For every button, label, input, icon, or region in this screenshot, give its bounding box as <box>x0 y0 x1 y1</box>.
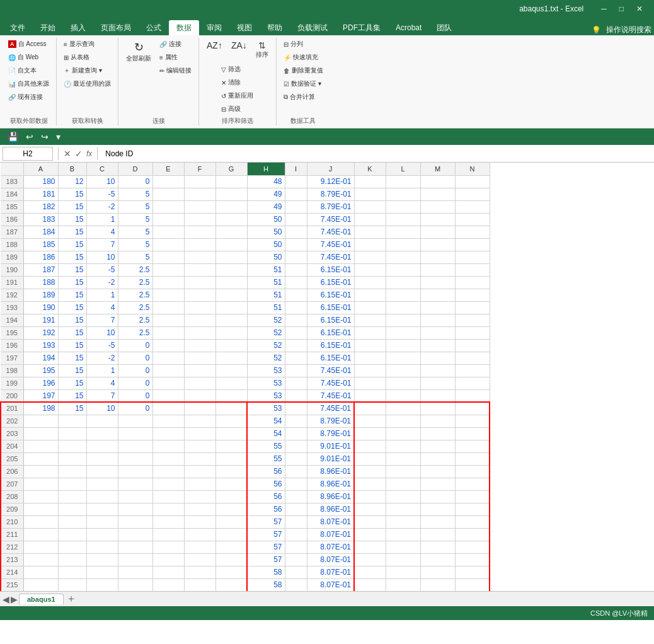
cell-l[interactable] <box>386 427 420 440</box>
cell-m[interactable] <box>420 314 455 326</box>
cell-f[interactable] <box>184 566 215 578</box>
cell-m[interactable] <box>420 326 455 339</box>
cell-m[interactable] <box>420 364 455 377</box>
tab-load-test[interactable]: 负载测试 <box>290 20 335 35</box>
cell-m[interactable] <box>420 415 455 427</box>
cell-d[interactable]: 2.5 <box>118 276 152 289</box>
cell-e[interactable] <box>152 478 184 490</box>
search-label[interactable]: 操作说明搜索 <box>606 25 651 35</box>
cell-n[interactable] <box>455 314 490 326</box>
cell-n[interactable] <box>455 326 490 339</box>
maximize-btn[interactable]: □ <box>614 4 629 13</box>
cell-f[interactable] <box>184 251 215 263</box>
cell-d[interactable]: 0 <box>118 352 152 364</box>
cell-l[interactable] <box>386 465 420 478</box>
cell-e[interactable] <box>152 402 184 415</box>
cell-n[interactable] <box>455 238 490 251</box>
cell-k[interactable] <box>354 175 386 188</box>
cell-l[interactable] <box>386 528 420 541</box>
cell-e[interactable] <box>152 490 184 503</box>
col-header-j[interactable]: J <box>307 163 354 175</box>
cell-j[interactable]: 7.45E-01 <box>307 226 354 238</box>
cell-n[interactable] <box>455 251 490 263</box>
cell-e[interactable] <box>152 578 184 591</box>
cell-k[interactable] <box>354 188 386 200</box>
recent-sources-button[interactable]: 🕐 最近使用的源 <box>60 78 114 90</box>
cell-l[interactable] <box>386 490 420 503</box>
cell-m[interactable] <box>420 452 455 465</box>
cell-m[interactable] <box>420 566 455 578</box>
cell-i[interactable] <box>285 478 307 490</box>
cell-n[interactable] <box>455 364 490 377</box>
cell-n[interactable] <box>455 578 490 591</box>
cell-k[interactable] <box>354 213 386 226</box>
cell-i[interactable] <box>285 415 307 427</box>
cell-b[interactable]: 15 <box>58 200 86 213</box>
cell-d[interactable] <box>118 465 152 478</box>
cell-i[interactable] <box>285 440 307 452</box>
col-header-k[interactable]: K <box>354 163 386 175</box>
cell-h[interactable]: 50 <box>247 251 285 263</box>
cell-g[interactable] <box>215 377 247 389</box>
cell-a[interactable] <box>23 553 58 566</box>
cell-j[interactable]: 7.45E-01 <box>307 389 354 402</box>
cell-f[interactable] <box>184 389 215 402</box>
cell-h[interactable]: 54 <box>247 415 285 427</box>
cell-a[interactable]: 180 <box>23 175 58 188</box>
cell-d[interactable]: 2.5 <box>118 263 152 276</box>
cell-i[interactable] <box>285 301 307 314</box>
cell-k[interactable] <box>354 301 386 314</box>
cell-l[interactable] <box>386 541 420 553</box>
cell-e[interactable] <box>152 226 184 238</box>
cell-c[interactable]: 10 <box>86 402 118 415</box>
text-button[interactable]: 📄 自文本 <box>5 64 52 77</box>
cell-n[interactable] <box>455 415 490 427</box>
cell-l[interactable] <box>386 389 420 402</box>
cell-f[interactable] <box>184 478 215 490</box>
cell-j[interactable]: 9.01E-01 <box>307 452 354 465</box>
cell-m[interactable] <box>420 440 455 452</box>
cell-l[interactable] <box>386 452 420 465</box>
cell-n[interactable] <box>455 175 490 188</box>
cell-m[interactable] <box>420 553 455 566</box>
cell-a[interactable] <box>23 465 58 478</box>
cell-g[interactable] <box>215 188 247 200</box>
cell-d[interactable] <box>118 490 152 503</box>
cell-b[interactable] <box>58 515 86 528</box>
cell-i[interactable] <box>285 490 307 503</box>
cell-k[interactable] <box>354 402 386 415</box>
cell-c[interactable] <box>86 478 118 490</box>
cell-a[interactable]: 185 <box>23 238 58 251</box>
cell-h[interactable]: 49 <box>247 200 285 213</box>
cell-l[interactable] <box>386 175 420 188</box>
cell-l[interactable] <box>386 200 420 213</box>
cell-m[interactable] <box>420 427 455 440</box>
cell-g[interactable] <box>215 326 247 339</box>
web-button[interactable]: 🌐 自 Web <box>5 51 52 64</box>
cell-j[interactable]: 8.07E-01 <box>307 566 354 578</box>
cell-f[interactable] <box>184 578 215 591</box>
cell-k[interactable] <box>354 251 386 263</box>
cell-a[interactable] <box>23 415 58 427</box>
show-query-button[interactable]: ≡ 显示查询 <box>60 38 114 50</box>
cell-f[interactable] <box>184 238 215 251</box>
cell-f[interactable] <box>184 427 215 440</box>
cell-m[interactable] <box>420 263 455 276</box>
cell-m[interactable] <box>420 377 455 389</box>
cell-k[interactable] <box>354 200 386 213</box>
cell-b[interactable] <box>58 528 86 541</box>
cell-k[interactable] <box>354 553 386 566</box>
tab-data[interactable]: 数据 <box>169 20 199 35</box>
cell-a[interactable]: 189 <box>23 289 58 301</box>
cell-e[interactable] <box>152 314 184 326</box>
cell-g[interactable] <box>215 314 247 326</box>
tab-formula[interactable]: 公式 <box>139 20 169 35</box>
cell-n[interactable] <box>455 452 490 465</box>
cell-h[interactable]: 48 <box>247 175 285 188</box>
cell-l[interactable] <box>386 339 420 352</box>
cell-k[interactable] <box>354 427 386 440</box>
cell-f[interactable] <box>184 541 215 553</box>
cell-j[interactable]: 8.79E-01 <box>307 188 354 200</box>
cell-k[interactable] <box>354 515 386 528</box>
cell-n[interactable] <box>455 528 490 541</box>
